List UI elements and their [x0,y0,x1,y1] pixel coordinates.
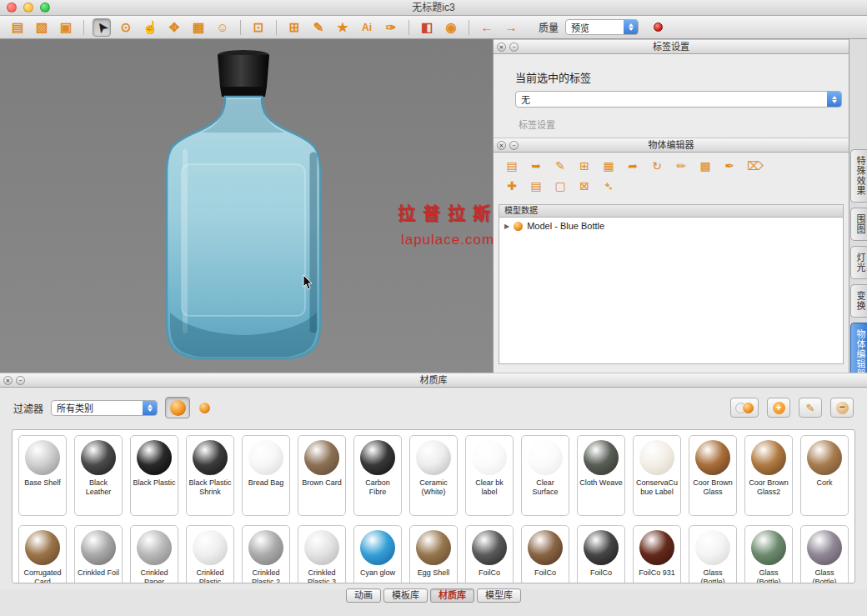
move-icon[interactable]: ✥ [165,18,183,37]
category-select[interactable]: 所有类别 [51,400,158,416]
material-swatch[interactable]: Corrugated Card [18,525,67,583]
fill-tool-icon[interactable]: ✑ [382,18,400,37]
list-icon[interactable]: ▦ [602,159,615,173]
material-swatch[interactable]: Glass (Bottle) [744,525,793,583]
folder-icon[interactable]: ▤ [529,179,543,193]
material-swatch[interactable]: Coor Brown Glass [689,435,737,516]
add-material-button[interactable]: + [767,398,790,418]
collapse-panel-button[interactable]: − [509,43,519,52]
tree-item-model[interactable]: ▶ Model - Blue Bottle [499,218,843,234]
material-swatch[interactable]: Glass (Bottle) [800,525,849,583]
refresh-icon[interactable]: ↻ [650,159,664,173]
side-tab-transform[interactable]: 变换 [850,284,867,318]
collapse-panel-button[interactable]: − [509,141,519,150]
save-icon[interactable]: ▣ [57,18,75,37]
camera-icon[interactable]: ◉ [442,18,460,37]
side-tab-drawing[interactable]: 围图 [850,208,867,241]
material-swatch[interactable]: Egg Shell [409,525,458,583]
tab-models[interactable]: 模型库 [477,588,521,603]
tab-templates[interactable]: 模板库 [383,588,428,603]
viewport-3d[interactable]: 拉普拉斯 lapulace.com [0,39,494,373]
add-object-icon[interactable]: ⊞ [285,18,303,37]
tab-animation[interactable]: 动画 [346,588,381,603]
material-swatch[interactable]: Crinkled Plastic 3 [298,525,346,583]
material-swatch[interactable]: FoilCo [465,525,514,583]
apply-material-button[interactable] [730,398,759,418]
material-swatch[interactable]: ConservaCubue Label [633,435,681,516]
small-sphere-toggle[interactable] [199,403,210,413]
material-swatch[interactable]: Glass (Bottle) [689,525,737,583]
material-swatch[interactable]: FoilCo 931 [633,525,681,583]
grid-icon[interactable]: ▩ [699,159,712,173]
quality-select[interactable]: 预览 [565,19,639,35]
material-actions: + ✎ − [730,398,854,418]
label-select[interactable]: 无 [515,91,842,108]
material-swatch[interactable]: FoilCo [577,525,625,583]
sphere-preview-toggle[interactable] [165,397,190,418]
material-name: Coor Brown Glass [691,478,734,496]
select-cursor-icon[interactable]: ➤ [93,18,111,37]
back-icon[interactable]: ← [478,18,496,37]
material-swatch[interactable]: Ceramic (White) [409,435,458,516]
edit-icon[interactable]: ✎ [554,159,567,173]
material-swatch[interactable]: Cloth Weave [577,435,625,516]
close-panel-button[interactable]: ✕ [3,376,13,385]
material-swatch[interactable]: Crinkled Foil [74,525,123,583]
remove-material-button[interactable]: − [830,398,854,418]
close-panel-button[interactable]: ✕ [497,141,506,150]
material-swatch[interactable]: Black Plastic Shrink [186,435,234,516]
material-swatch[interactable]: Base Shelf [18,435,67,516]
label-icon[interactable]: ▢ [554,179,567,193]
star-icon[interactable]: ★ [333,18,352,37]
crop-icon[interactable]: ⊡ [249,18,268,37]
3d-object-icon[interactable]: ◧ [418,18,436,37]
side-tab-lights[interactable]: 灯光 [850,246,867,279]
model-data-list: 模型数据 ▶ Model - Blue Bottle [499,204,844,364]
forward-apply-icon[interactable]: ➦ [626,159,639,173]
material-swatch[interactable]: Black Leather [74,435,123,516]
disclosure-triangle-icon[interactable]: ▶ [504,223,509,230]
close-window-button[interactable] [7,3,17,13]
material-swatch[interactable]: Brown Card [298,435,346,516]
material-swatch[interactable]: Coor Brown Glass2 [744,435,793,516]
annotate-icon[interactable]: ✎ [309,18,328,37]
pen-icon[interactable]: ✒ [723,159,736,173]
material-swatch[interactable]: Crinkled Plastic [186,525,234,583]
add-icon[interactable]: ⊞ [578,159,591,173]
material-swatch[interactable]: FoilCo [521,525,569,583]
curve-icon[interactable]: ➴ [602,179,615,193]
material-swatch[interactable]: Crinkled Plastic 2 [242,525,290,583]
minimize-window-button[interactable] [23,3,33,13]
blue-bottle-model[interactable] [118,48,368,373]
material-swatch[interactable]: Clear bk label [465,435,514,516]
smiley-icon[interactable]: ☺ [213,18,232,37]
zoom-icon[interactable]: ⊙ [117,18,135,37]
close-panel-button[interactable]: ✕ [497,43,506,52]
new-document-icon[interactable]: ▤ [8,18,27,37]
material-swatch[interactable]: Black Plastic [130,435,178,516]
material-swatch[interactable]: Cyan glow [353,525,402,583]
paint-icon[interactable]: ✏ [674,159,688,173]
pan-hand-icon[interactable]: ☝ [141,18,159,37]
material-swatch[interactable]: Bread Bag [242,435,290,516]
forward-icon[interactable]: → [502,18,520,37]
material-swatch[interactable]: Cork [800,435,849,516]
material-icon[interactable]: ▤ [505,159,519,173]
open-folder-icon[interactable]: ▧ [33,18,51,37]
material-name: ConservaCubue Label [635,478,679,496]
material-swatch[interactable]: Clear Surface [521,435,569,516]
text-tool-icon[interactable]: Ai [358,18,376,37]
material-swatch[interactable]: Crinkled Paper [130,525,178,583]
side-tab-effects[interactable]: 特殊效果 [850,149,867,203]
image-icon[interactable]: ⊠ [578,179,591,193]
material-swatch[interactable]: Carbon Fibre [353,435,402,516]
delete-icon[interactable]: ⌦ [747,159,760,173]
add-group-icon[interactable]: ✚ [505,179,519,193]
collapse-panel-button[interactable]: − [16,376,25,385]
record-indicator[interactable] [654,23,663,32]
edit-material-button[interactable]: ✎ [799,398,822,418]
frame-icon[interactable]: ▦ [189,18,208,37]
zoom-window-button[interactable] [40,3,50,13]
apply-icon[interactable]: ➥ [529,159,543,173]
tab-materials[interactable]: 材质库 [430,588,474,603]
